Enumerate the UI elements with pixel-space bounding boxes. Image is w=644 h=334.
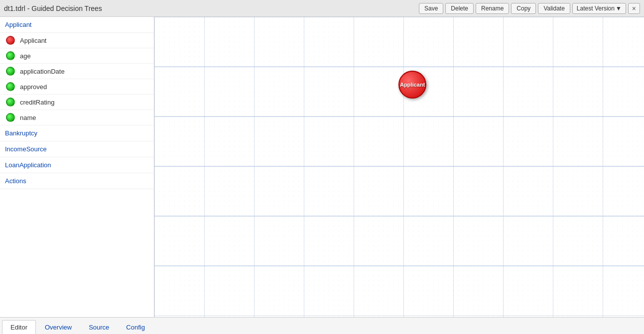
list-item[interactable]: creditRating — [0, 95, 154, 110]
close-button[interactable]: × — [628, 3, 640, 14]
dot-icon — [6, 113, 15, 122]
list-item[interactable]: approved — [0, 79, 154, 95]
applicant-node[interactable]: Applicant — [398, 71, 426, 99]
chevron-down-icon: ▼ — [616, 5, 622, 12]
main-area: Applicant Applicant age applicationDate … — [0, 17, 644, 317]
dot-icon — [6, 36, 15, 45]
delete-button[interactable]: Delete — [445, 3, 474, 14]
rename-button[interactable]: Rename — [476, 3, 509, 14]
save-button[interactable]: Save — [419, 3, 443, 14]
svg-rect-1 — [154, 17, 644, 317]
left-panel: Applicant Applicant age applicationDate … — [0, 17, 154, 317]
tab-config[interactable]: Config — [118, 321, 153, 334]
list-item[interactable]: name — [0, 110, 154, 125]
title-bar: dt1.tdrl - Guided Decision Trees Save De… — [0, 0, 644, 17]
section-actions[interactable]: Actions — [0, 173, 154, 189]
dot-icon — [6, 98, 15, 107]
dot-icon — [6, 51, 15, 60]
page-title: dt1.tdrl - Guided Decision Trees — [4, 4, 419, 12]
validate-button[interactable]: Validate — [538, 3, 570, 14]
section-loan-application[interactable]: LoanApplication — [0, 157, 154, 173]
toolbar-buttons: Save Delete Rename Copy Validate Latest … — [419, 3, 640, 14]
canvas-area[interactable]: Applicant — [154, 17, 644, 317]
tab-editor[interactable]: Editor — [2, 320, 36, 334]
tab-source[interactable]: Source — [81, 321, 117, 334]
tab-overview[interactable]: Overview — [37, 321, 80, 334]
grid-canvas: Applicant — [154, 17, 644, 317]
dot-icon — [6, 67, 15, 76]
list-item[interactable]: age — [0, 48, 154, 64]
copy-button[interactable]: Copy — [511, 3, 536, 14]
grid-svg — [154, 17, 644, 317]
dot-icon — [6, 82, 15, 91]
list-item[interactable]: applicationDate — [0, 64, 154, 79]
latest-version-button[interactable]: Latest Version ▼ — [572, 3, 626, 14]
section-applicant[interactable]: Applicant — [0, 17, 154, 33]
section-income-source[interactable]: IncomeSource — [0, 141, 154, 157]
list-item[interactable]: Applicant — [0, 33, 154, 48]
section-bankruptcy[interactable]: Bankruptcy — [0, 125, 154, 141]
bottom-tab-bar: Editor Overview Source Config — [0, 317, 644, 334]
